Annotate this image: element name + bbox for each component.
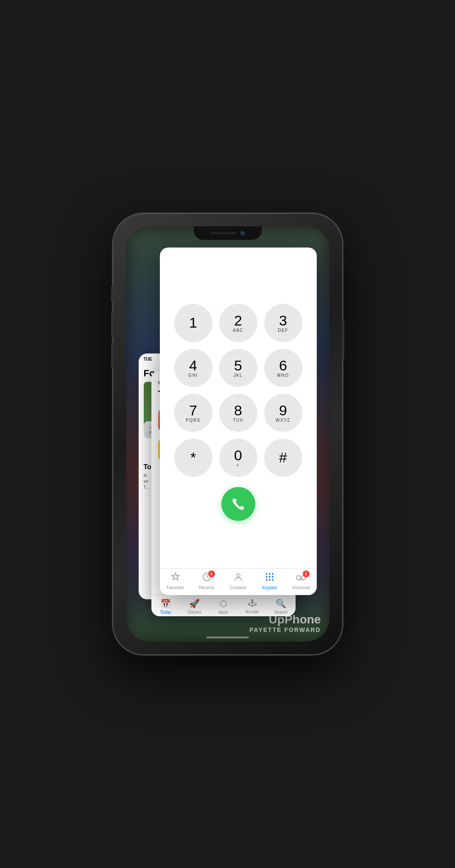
svg-point-8 xyxy=(237,574,240,577)
key-9-letters: WXYZ xyxy=(276,418,290,423)
news-day-label: TUE xyxy=(144,357,152,362)
front-camera xyxy=(240,231,245,235)
key-4[interactable]: 4 GHI xyxy=(174,349,212,387)
tab-apps-label: Apps xyxy=(218,610,228,615)
tab-favorites-label: Favorites xyxy=(167,585,184,590)
tab-contacts-label: Contacts xyxy=(230,585,246,590)
tab-arcade-label: Arcade xyxy=(246,609,259,614)
volume-up-button[interactable] xyxy=(111,311,113,337)
key-9-number: 9 xyxy=(279,403,287,417)
svg-point-12 xyxy=(266,576,268,578)
tab-games-label: Games xyxy=(187,610,201,615)
tab-voicemail[interactable]: 2 Voicemail xyxy=(285,572,317,590)
key-6-letters: MNO xyxy=(277,373,289,378)
svg-point-17 xyxy=(272,579,274,581)
voicemail-badge: 2 xyxy=(303,570,310,577)
favorites-icon xyxy=(171,572,180,584)
key-7-letters: PQRS xyxy=(186,418,200,423)
key-1[interactable]: 1 xyxy=(174,304,212,342)
key-star-number: * xyxy=(190,450,196,465)
tab-contacts[interactable]: Contacts xyxy=(223,572,254,590)
tab-recents[interactable]: 2 Recents xyxy=(191,572,223,590)
tab-today-label: Today xyxy=(160,610,171,615)
key-5[interactable]: 5 JKL xyxy=(219,349,257,387)
key-0-letters: + xyxy=(237,463,240,467)
speaker-grille xyxy=(211,232,236,234)
key-7-number: 7 xyxy=(189,403,197,417)
home-indicator[interactable] xyxy=(207,637,249,638)
phone-app-overlay: 1 2 ABC 3 DEF 4 GHI xyxy=(160,248,317,595)
key-star[interactable]: * xyxy=(174,439,212,477)
voicemail-icon: 2 xyxy=(296,572,306,584)
tab-keypad[interactable]: Keypad xyxy=(254,572,285,590)
contacts-icon xyxy=(234,572,243,584)
phone-tabbar: Favorites 2 Recents xyxy=(160,568,317,595)
key-0[interactable]: 0 + xyxy=(219,439,257,477)
svg-point-16 xyxy=(269,579,271,581)
key-3-letters: DEF xyxy=(278,328,288,333)
key-8-number: 8 xyxy=(234,403,242,417)
key-4-letters: GHI xyxy=(188,373,198,378)
key-2-number: 2 xyxy=(234,313,242,328)
key-4-number: 4 xyxy=(189,358,197,373)
key-8[interactable]: 8 TUV xyxy=(219,394,257,432)
appstore-tabbar: 📅 Today 🚀 Games ⬡ Apps 🕹 Arcade xyxy=(151,595,296,616)
tab-today[interactable]: 📅 Today xyxy=(151,598,180,615)
svg-point-13 xyxy=(269,576,271,578)
svg-point-18 xyxy=(296,576,301,580)
dialer-area: 1 2 ABC 3 DEF 4 GHI xyxy=(160,248,317,568)
recents-icon: 2 xyxy=(202,572,212,584)
apps-icon: ⬡ xyxy=(220,598,227,609)
keypad-grid: 1 2 ABC 3 DEF 4 GHI xyxy=(174,304,302,477)
tab-recents-label: Recents xyxy=(199,585,215,590)
phone-frame: TUE Fo 📰 To InvoT... NOW TRENDING To xyxy=(113,214,342,654)
svg-point-10 xyxy=(269,573,271,575)
power-button[interactable] xyxy=(342,320,344,358)
key-6-number: 6 xyxy=(279,358,287,373)
tab-voicemail-label: Voicemail xyxy=(292,585,310,590)
tab-games[interactable]: 🚀 Games xyxy=(180,598,209,615)
key-8-letters: TUV xyxy=(233,418,243,423)
search-icon: 🔍 xyxy=(276,598,286,609)
phone-screen: TUE Fo 📰 To InvoT... NOW TRENDING To xyxy=(126,226,329,642)
mute-button[interactable] xyxy=(111,286,113,303)
notch xyxy=(194,226,262,240)
key-2-letters: ABC xyxy=(233,328,243,333)
tab-favorites[interactable]: Favorites xyxy=(160,572,191,590)
keypad-icon xyxy=(265,572,274,584)
svg-point-14 xyxy=(272,576,274,578)
tab-search-label: Search xyxy=(274,610,288,615)
key-2[interactable]: 2 ABC xyxy=(219,304,257,342)
key-9[interactable]: 9 WXYZ xyxy=(264,394,302,432)
key-3-number: 3 xyxy=(279,313,287,328)
key-7[interactable]: 7 PQRS xyxy=(174,394,212,432)
svg-point-9 xyxy=(266,573,268,575)
key-3[interactable]: 3 DEF xyxy=(264,304,302,342)
key-1-number: 1 xyxy=(189,315,197,330)
recents-badge: 2 xyxy=(208,570,215,577)
key-0-number: 0 xyxy=(234,448,242,462)
key-5-number: 5 xyxy=(234,358,242,373)
key-hash[interactable]: # xyxy=(264,439,302,477)
tab-keypad-label: Keypad xyxy=(262,585,277,590)
svg-point-11 xyxy=(272,573,274,575)
svg-line-7 xyxy=(207,577,209,578)
key-5-letters: JKL xyxy=(234,373,243,378)
tab-arcade[interactable]: 🕹 Arcade xyxy=(238,598,267,615)
watermark-sub: PAYETTE FORWARD xyxy=(249,626,321,633)
today-icon: 📅 xyxy=(160,598,171,609)
key-hash-number: # xyxy=(279,450,287,465)
call-button[interactable] xyxy=(221,487,255,521)
volume-down-button[interactable] xyxy=(111,343,113,368)
games-icon: 🚀 xyxy=(189,598,200,609)
arcade-icon: 🕹 xyxy=(248,598,257,608)
svg-point-15 xyxy=(266,579,268,581)
tab-search[interactable]: 🔍 Search xyxy=(267,598,296,615)
tab-apps[interactable]: ⬡ Apps xyxy=(209,598,238,615)
key-6[interactable]: 6 MNO xyxy=(264,349,302,387)
